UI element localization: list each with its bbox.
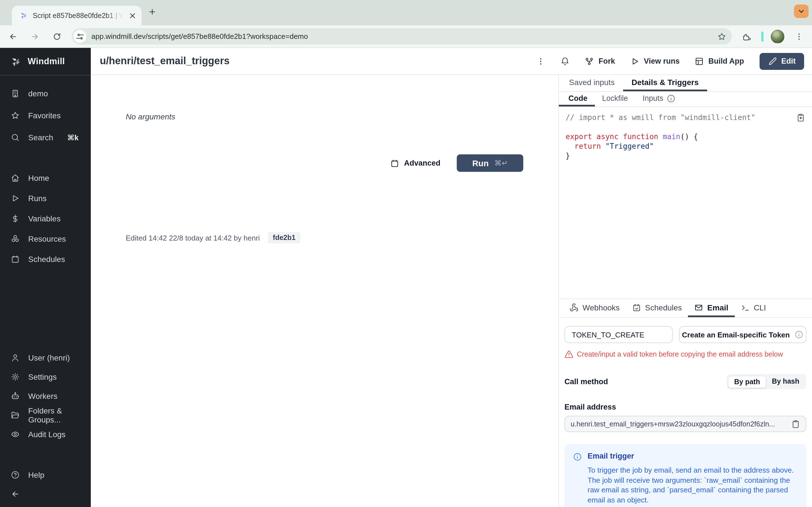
tab-details-triggers[interactable]: Details & Triggers (623, 75, 707, 91)
sidebar-item-workers[interactable]: Workers (0, 386, 91, 406)
build-app-button[interactable]: Build App (695, 57, 744, 66)
close-icon[interactable] (128, 11, 137, 20)
edited-text: Edited 14:42 22/8 today at 14:42 by henr… (126, 233, 260, 242)
by-hash-option[interactable]: By hash (766, 376, 805, 388)
sidebar-item-settings[interactable]: Settings (0, 367, 91, 386)
gear-icon (11, 372, 20, 381)
star-icon (11, 111, 20, 120)
call-method-toggle: By path By hash (726, 374, 806, 389)
extension-accent-bar (761, 31, 763, 41)
tab-cli[interactable]: CLI (734, 299, 772, 317)
calendar-icon (391, 159, 400, 168)
reload-button[interactable] (50, 29, 64, 44)
info-circle-icon (794, 330, 803, 339)
sidebar-item-label: Settings (28, 372, 57, 381)
tab-email[interactable]: Email (688, 299, 735, 317)
token-row: Create an Email-specific Token (564, 326, 806, 343)
search-shortcut: ⌘k (67, 133, 79, 142)
fork-icon (585, 57, 594, 66)
url-text: app.windmill.dev/scripts/get/e857be88e0f… (91, 32, 713, 41)
browser-menu-kebab-icon[interactable] (792, 29, 806, 44)
sidebar-item-variables[interactable]: Variables (0, 209, 91, 229)
by-path-option[interactable]: By path (728, 376, 766, 388)
home-icon (11, 173, 20, 182)
browser-tab-strip: Script e857be88e0fde2b1 | Windmill (0, 0, 812, 25)
copy-code-button[interactable] (796, 113, 805, 122)
code-viewer[interactable]: // import * as wmill from "windmill-clie… (559, 107, 812, 299)
no-arguments-text: No arguments (126, 112, 175, 121)
create-token-button[interactable]: Create an Email-specific Token (679, 326, 806, 343)
user-icon (11, 353, 20, 362)
screen: Script e857be88e0fde2b1 | Windmill app.w… (0, 0, 812, 507)
layout-icon (695, 57, 704, 66)
extensions-puzzle-icon[interactable] (739, 29, 754, 44)
sidebar-item-label: Home (28, 173, 49, 182)
calendar-check-icon (632, 303, 641, 312)
email-address-field[interactable]: u.henri.test_email_triggers+mrsw23zlouxg… (564, 416, 806, 432)
sidebar: Windmill demo Favorites Search ⌘k (0, 48, 91, 507)
sidebar-item-help[interactable]: Help (0, 465, 91, 485)
sidebar-item-label: Variables (28, 214, 61, 223)
sidebar-item-label: User (henri) (28, 353, 70, 362)
back-button[interactable] (6, 29, 20, 44)
fork-button[interactable]: Fork (585, 57, 615, 66)
calendar-icon (11, 255, 20, 264)
tab-schedules[interactable]: Schedules (626, 299, 688, 317)
view-runs-button[interactable]: View runs (630, 57, 679, 66)
details-tab-bar: Saved inputs Details & Triggers (559, 75, 812, 92)
run-button[interactable]: Run ⌘↵ (457, 154, 523, 172)
tab-saved-inputs[interactable]: Saved inputs (560, 75, 623, 91)
url-bar[interactable]: app.windmill.dev/scripts/get/e857be88e0f… (71, 28, 732, 45)
panels: No arguments Advanced Run ⌘↵ Edited 14:4… (91, 75, 812, 507)
window-chevron-badge[interactable] (794, 4, 809, 18)
token-warning: Create/input a valid token before copyin… (564, 350, 806, 359)
windmill-logo[interactable]: Windmill (0, 48, 91, 75)
sidebar-item-label: Audit Logs (28, 430, 65, 439)
info-circle-icon (573, 452, 582, 505)
new-tab-button[interactable] (148, 7, 157, 18)
eye-icon (11, 430, 20, 439)
sidebar-item-search[interactable]: Search ⌘k (0, 127, 91, 148)
arrow-left-icon (11, 490, 20, 499)
building-icon (11, 89, 20, 98)
run-controls: Advanced Run ⌘↵ (391, 154, 523, 172)
sidebar-item-audit-logs[interactable]: Audit Logs (0, 425, 91, 444)
tab-code[interactable]: Code (559, 92, 595, 107)
bookmark-star-icon[interactable] (717, 32, 726, 41)
more-options-kebab-icon[interactable] (537, 57, 546, 66)
edit-button[interactable]: Edit (759, 53, 804, 69)
robot-icon (11, 392, 20, 400)
call-method-row: Call method By path By hash (564, 374, 806, 389)
sidebar-collapse-button[interactable] (0, 485, 91, 504)
tab-webhooks[interactable]: Webhooks (563, 299, 626, 317)
webhook-icon (569, 303, 578, 312)
info-box-title: Email trigger (588, 452, 797, 460)
site-settings-icon[interactable] (73, 30, 86, 43)
clipboard-icon[interactable] (791, 419, 800, 429)
bell-icon[interactable] (561, 57, 570, 66)
sidebar-item-label: Search (28, 133, 53, 142)
tab-title: Script e857be88e0fde2b1 | Windmill (33, 11, 123, 19)
advanced-button[interactable]: Advanced (391, 159, 441, 168)
help-circle-icon (11, 470, 20, 480)
browser-profile-avatar[interactable] (771, 30, 784, 43)
sidebar-item-runs[interactable]: Runs (0, 188, 91, 209)
cubes-icon (11, 234, 20, 243)
tab-inputs[interactable]: Inputs (635, 92, 683, 107)
tab-lockfile[interactable]: Lockfile (595, 92, 636, 107)
sidebar-item-resources[interactable]: Resources (0, 229, 91, 249)
app-frame: Windmill demo Favorites Search ⌘k (0, 48, 812, 507)
sidebar-item-favorites[interactable]: Favorites (0, 105, 91, 126)
sidebar-item-user[interactable]: User (henri) (0, 348, 91, 367)
token-input[interactable] (564, 326, 673, 343)
windmill-pinwheel-icon (10, 55, 21, 67)
sidebar-item-workspace-demo[interactable]: demo (0, 83, 91, 104)
sidebar-item-home[interactable]: Home (0, 168, 91, 188)
terminal-icon (741, 303, 750, 312)
sidebar-item-schedules[interactable]: Schedules (0, 249, 91, 269)
sidebar-nav-top: demo Favorites Search ⌘k (0, 75, 91, 149)
version-hash-badge[interactable]: fde2b1 (268, 232, 301, 243)
browser-tab[interactable]: Script e857be88e0fde2b1 | Windmill (12, 6, 142, 25)
sidebar-item-folders-groups[interactable]: Folders & Groups... (0, 406, 91, 425)
forward-button[interactable] (28, 29, 42, 44)
